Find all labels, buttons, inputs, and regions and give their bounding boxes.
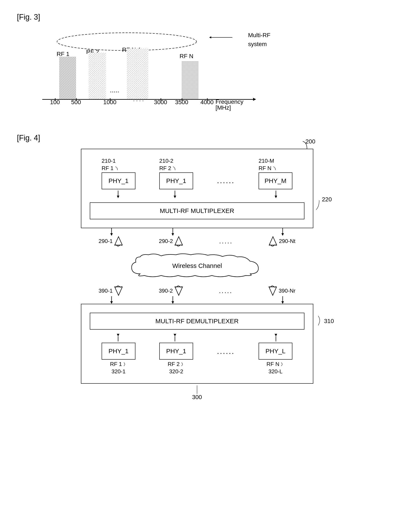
bar-rf1	[59, 57, 76, 99]
arrow-phy1-mux	[101, 191, 135, 198]
label-4000: 4000	[201, 99, 214, 106]
phy-units-row: 210-1 RF 1 PHY_1 210-2 RF 2	[90, 158, 304, 189]
demux-phyl-arrow	[259, 334, 293, 341]
label-300-wrapper: 300	[192, 385, 202, 401]
ant-390-1: 390-1	[99, 285, 123, 296]
bar-rfn1	[127, 48, 148, 99]
bracket-210-m	[272, 166, 277, 170]
svg-marker-16	[175, 237, 182, 245]
wireless-channel: Wireless Channel	[123, 253, 271, 281]
svg-marker-25	[171, 301, 174, 304]
multrf-arrow	[209, 34, 232, 41]
label-100: 100	[50, 99, 60, 106]
label-220: 220	[322, 196, 332, 203]
ant-290-nt-label: 290-Nt	[279, 238, 295, 244]
wireless-cloud-svg: Wireless Channel	[123, 253, 271, 280]
mux-wrapper: MULTI-RF MULTIPLEXER 220	[90, 202, 304, 219]
svg-marker-23	[110, 301, 113, 304]
bracket-200	[301, 140, 309, 149]
multrf-label: Multi-RF system	[248, 31, 270, 49]
svg-marker-10	[110, 233, 113, 236]
ant-390-nr: 390-Nr	[268, 285, 295, 296]
ant-290-2-icon	[174, 236, 183, 246]
mux-ant-nt-arrow	[266, 228, 300, 236]
bracket-220	[315, 200, 321, 211]
rx-phy-box-2: PHY_1	[159, 343, 193, 360]
svg-marker-32	[275, 334, 277, 336]
rx-bracket-2	[180, 362, 185, 366]
page: [Fig. 3] Multi-RF system RF 1 RF 2 RF N-…	[0, 0, 394, 532]
fig3-label: [Fig. 3]	[17, 13, 377, 21]
label-210-m: 210-M	[259, 158, 274, 164]
phy-dots: ......	[217, 176, 235, 189]
rx-320-l-label: 320-L	[269, 368, 283, 375]
rx-phy-unit-1: PHY_1 RF 1 320-1	[102, 343, 135, 375]
ant2-demux-arrow	[156, 296, 190, 304]
ant-390-nr-label: 390-Nr	[279, 288, 295, 294]
svg-marker-4	[117, 196, 119, 198]
ant-390-2-label: 390-2	[159, 288, 173, 294]
fig3-diagram: Multi-RF system RF 1 RF 2 RF N-1 RF N ··…	[30, 28, 283, 117]
axis-dots: · · · ·	[133, 97, 144, 104]
rfn-label: RF N	[180, 53, 193, 60]
phy-box-2: PHY_1	[159, 172, 193, 189]
arrow-phym-mux	[259, 191, 293, 198]
svg-marker-19	[115, 287, 122, 295]
rfn-tx-label: RF N	[259, 165, 271, 171]
svg-marker-27	[281, 301, 284, 304]
rx-phy-dots-label: ......	[217, 347, 235, 356]
ant-290-2: 290-2	[159, 236, 184, 246]
bar-rfn	[182, 61, 199, 99]
svg-marker-8	[275, 196, 277, 198]
ant-to-demux-arrows	[81, 296, 313, 304]
svg-text:Wireless Channel: Wireless Channel	[172, 262, 222, 269]
mux-ant2-arrow	[156, 228, 190, 236]
ant-290-1-label: 290-1	[99, 238, 113, 244]
svg-marker-6	[174, 196, 176, 198]
rx-phy-box-1: PHY_1	[102, 343, 135, 360]
demux-phy-dots-space	[215, 334, 236, 341]
phy-box-1: PHY_1	[102, 172, 135, 189]
arrow-phy2-mux	[158, 191, 192, 198]
rx-320-2-label: 320-2	[169, 368, 183, 375]
arrow-phy-dots	[215, 191, 236, 198]
svg-marker-30	[174, 334, 176, 336]
bracket-210-2	[172, 166, 176, 170]
ant-290-2-label: 290-2	[159, 238, 173, 244]
svg-marker-17	[269, 237, 277, 245]
rx-outer: MULTI-RF DEMULTIPLEXER 310	[81, 304, 313, 384]
demux-phy1-arrow	[101, 334, 135, 341]
ant-390-1-label: 390-1	[99, 288, 113, 294]
mux-to-ant-arrows	[81, 228, 313, 236]
tx-block: 210-1 RF 1 PHY_1 210-2 RF 2	[81, 149, 313, 228]
svg-marker-20	[175, 287, 182, 295]
label-1000: 1000	[103, 99, 116, 106]
ant-290-1: 290-1	[99, 236, 123, 246]
rf1-label: RF 1	[57, 51, 69, 57]
demux-box: MULTI-RF DEMULTIPLEXER	[90, 313, 304, 330]
rx-phy-box-l: PHY_L	[259, 343, 292, 360]
label-500: 500	[71, 99, 81, 106]
bracket-210-1	[114, 166, 119, 170]
mux-ant-dots-space	[217, 228, 238, 236]
svg-marker-12	[171, 233, 174, 236]
label-210-1: 210-1	[102, 158, 116, 164]
svg-marker-28	[117, 334, 119, 336]
demux-to-phy-arrows	[90, 334, 304, 341]
label-210-2: 210-2	[159, 158, 173, 164]
bracket-310	[317, 316, 323, 326]
demux-wrapper: MULTI-RF DEMULTIPLEXER 310	[90, 313, 304, 330]
fig4-diagram: 200 210-1 RF 1	[17, 149, 377, 405]
svg-marker-2	[209, 36, 211, 38]
rx-rf2-label: RF 2	[168, 361, 180, 367]
rx-320-1-label: 320-1	[112, 368, 126, 375]
mux-box: MULTI-RF MULTIPLEXER	[90, 202, 304, 219]
ant-290-nt: 290-Nt	[268, 236, 295, 246]
rx-phy-dots: ......	[217, 343, 235, 356]
tx-outer: 200 210-1 RF 1	[81, 149, 313, 228]
ant-dots: .....	[219, 237, 233, 245]
antnr-demux-arrow	[266, 296, 300, 304]
rf1-tx-label: RF 1	[102, 165, 114, 171]
rx-phy-units-row: PHY_1 RF 1 320-1 PHY_1 RF 2	[90, 343, 304, 375]
label-300: 300	[192, 394, 202, 401]
